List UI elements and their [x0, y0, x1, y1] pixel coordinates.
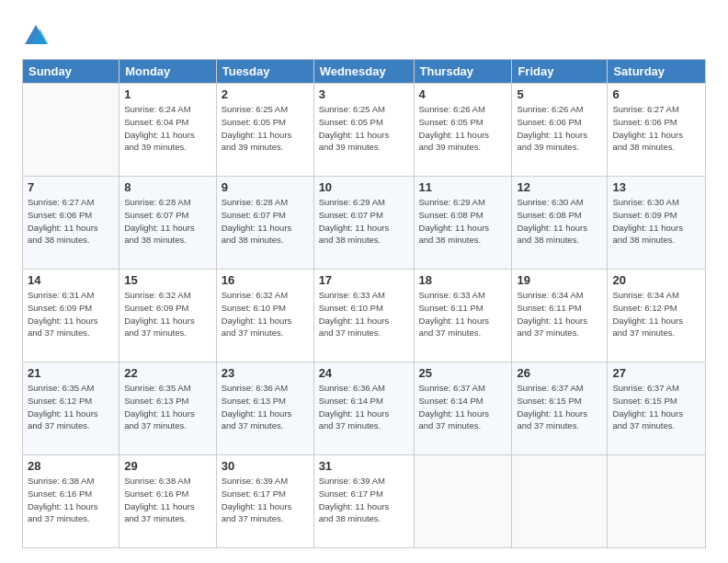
- day-number: 22: [124, 366, 211, 380]
- week-row-1: 1Sunrise: 6:24 AM Sunset: 6:04 PM Daylig…: [23, 84, 706, 177]
- calendar-cell: 6Sunrise: 6:27 AM Sunset: 6:06 PM Daylig…: [608, 84, 706, 177]
- col-header-friday: Friday: [512, 60, 608, 84]
- day-number: 2: [222, 87, 309, 101]
- calendar-cell: 28Sunrise: 6:38 AM Sunset: 6:16 PM Dayli…: [23, 455, 119, 548]
- col-header-monday: Monday: [119, 60, 217, 84]
- day-info: Sunrise: 6:33 AM Sunset: 6:11 PM Dayligh…: [419, 289, 507, 339]
- week-row-4: 21Sunrise: 6:35 AM Sunset: 6:12 PM Dayli…: [23, 362, 706, 455]
- day-info: Sunrise: 6:28 AM Sunset: 6:07 PM Dayligh…: [124, 196, 211, 247]
- calendar-header-row: SundayMondayTuesdayWednesdayThursdayFrid…: [23, 60, 706, 84]
- calendar-cell: 26Sunrise: 6:37 AM Sunset: 6:15 PM Dayli…: [512, 362, 608, 455]
- calendar-cell: 3Sunrise: 6:25 AM Sunset: 6:05 PM Daylig…: [313, 84, 414, 177]
- day-info: Sunrise: 6:25 AM Sunset: 6:05 PM Dayligh…: [319, 103, 409, 154]
- calendar-cell: [608, 455, 706, 548]
- day-info: Sunrise: 6:25 AM Sunset: 6:05 PM Dayligh…: [222, 103, 309, 154]
- day-number: 10: [319, 180, 409, 194]
- col-header-saturday: Saturday: [608, 60, 706, 84]
- calendar-cell: 25Sunrise: 6:37 AM Sunset: 6:14 PM Dayli…: [414, 362, 512, 455]
- calendar-table: SundayMondayTuesdayWednesdayThursdayFrid…: [22, 59, 706, 548]
- calendar-cell: 19Sunrise: 6:34 AM Sunset: 6:11 PM Dayli…: [512, 270, 608, 362]
- day-number: 24: [319, 366, 409, 380]
- day-number: 7: [28, 180, 114, 194]
- day-number: 25: [419, 366, 507, 380]
- calendar-cell: 21Sunrise: 6:35 AM Sunset: 6:12 PM Dayli…: [23, 362, 119, 455]
- day-number: 6: [612, 87, 700, 101]
- day-info: Sunrise: 6:35 AM Sunset: 6:12 PM Dayligh…: [28, 382, 114, 432]
- day-info: Sunrise: 6:39 AM Sunset: 6:17 PM Dayligh…: [319, 475, 409, 525]
- day-number: 28: [28, 459, 114, 473]
- day-number: 1: [124, 87, 211, 101]
- calendar-cell: 31Sunrise: 6:39 AM Sunset: 6:17 PM Dayli…: [313, 455, 414, 548]
- day-number: 26: [517, 366, 602, 380]
- day-number: 19: [517, 273, 602, 287]
- day-info: Sunrise: 6:33 AM Sunset: 6:10 PM Dayligh…: [319, 289, 409, 339]
- day-number: 23: [222, 366, 309, 380]
- logo: [22, 22, 53, 50]
- calendar-cell: 5Sunrise: 6:26 AM Sunset: 6:06 PM Daylig…: [512, 84, 608, 177]
- col-header-wednesday: Wednesday: [313, 60, 414, 84]
- day-info: Sunrise: 6:36 AM Sunset: 6:13 PM Dayligh…: [222, 382, 309, 432]
- day-info: Sunrise: 6:32 AM Sunset: 6:09 PM Dayligh…: [124, 289, 211, 339]
- day-info: Sunrise: 6:31 AM Sunset: 6:09 PM Dayligh…: [28, 289, 114, 339]
- calendar-cell: 22Sunrise: 6:35 AM Sunset: 6:13 PM Dayli…: [119, 362, 217, 455]
- day-number: 31: [319, 459, 409, 473]
- page: SundayMondayTuesdayWednesdayThursdayFrid…: [0, 0, 728, 563]
- calendar-cell: [414, 455, 512, 548]
- calendar-cell: 29Sunrise: 6:38 AM Sunset: 6:16 PM Dayli…: [119, 455, 217, 548]
- day-number: 5: [517, 87, 602, 101]
- day-number: 21: [28, 366, 114, 380]
- logo-icon: [22, 22, 50, 50]
- calendar-cell: 9Sunrise: 6:28 AM Sunset: 6:07 PM Daylig…: [216, 177, 313, 270]
- week-row-5: 28Sunrise: 6:38 AM Sunset: 6:16 PM Dayli…: [23, 455, 706, 548]
- calendar-cell: 18Sunrise: 6:33 AM Sunset: 6:11 PM Dayli…: [414, 270, 512, 362]
- day-info: Sunrise: 6:38 AM Sunset: 6:16 PM Dayligh…: [28, 475, 114, 525]
- day-info: Sunrise: 6:30 AM Sunset: 6:08 PM Dayligh…: [517, 196, 602, 247]
- calendar-cell: [23, 84, 119, 177]
- col-header-sunday: Sunday: [23, 60, 119, 84]
- day-info: Sunrise: 6:24 AM Sunset: 6:04 PM Dayligh…: [124, 103, 211, 154]
- day-number: 30: [222, 459, 309, 473]
- calendar-cell: 11Sunrise: 6:29 AM Sunset: 6:08 PM Dayli…: [414, 177, 512, 270]
- day-number: 16: [222, 273, 309, 287]
- day-number: 12: [517, 180, 602, 194]
- header: [22, 18, 706, 50]
- day-info: Sunrise: 6:35 AM Sunset: 6:13 PM Dayligh…: [124, 382, 211, 432]
- day-info: Sunrise: 6:38 AM Sunset: 6:16 PM Dayligh…: [124, 475, 211, 525]
- day-info: Sunrise: 6:37 AM Sunset: 6:14 PM Dayligh…: [419, 382, 507, 432]
- calendar-cell: 17Sunrise: 6:33 AM Sunset: 6:10 PM Dayli…: [313, 270, 414, 362]
- day-info: Sunrise: 6:26 AM Sunset: 6:06 PM Dayligh…: [517, 103, 602, 154]
- day-info: Sunrise: 6:29 AM Sunset: 6:08 PM Dayligh…: [419, 196, 507, 247]
- calendar-cell: 12Sunrise: 6:30 AM Sunset: 6:08 PM Dayli…: [512, 177, 608, 270]
- calendar-cell: 24Sunrise: 6:36 AM Sunset: 6:14 PM Dayli…: [313, 362, 414, 455]
- day-info: Sunrise: 6:27 AM Sunset: 6:06 PM Dayligh…: [28, 196, 114, 247]
- day-info: Sunrise: 6:26 AM Sunset: 6:05 PM Dayligh…: [419, 103, 507, 154]
- calendar-cell: 20Sunrise: 6:34 AM Sunset: 6:12 PM Dayli…: [608, 270, 706, 362]
- day-info: Sunrise: 6:37 AM Sunset: 6:15 PM Dayligh…: [612, 382, 700, 432]
- day-number: 27: [612, 366, 700, 380]
- calendar-cell: 27Sunrise: 6:37 AM Sunset: 6:15 PM Dayli…: [608, 362, 706, 455]
- day-number: 17: [319, 273, 409, 287]
- day-number: 20: [612, 273, 700, 287]
- day-info: Sunrise: 6:27 AM Sunset: 6:06 PM Dayligh…: [612, 103, 700, 154]
- day-number: 4: [419, 87, 507, 101]
- day-info: Sunrise: 6:36 AM Sunset: 6:14 PM Dayligh…: [319, 382, 409, 432]
- calendar-cell: 30Sunrise: 6:39 AM Sunset: 6:17 PM Dayli…: [216, 455, 313, 548]
- calendar-cell: 8Sunrise: 6:28 AM Sunset: 6:07 PM Daylig…: [119, 177, 217, 270]
- week-row-3: 14Sunrise: 6:31 AM Sunset: 6:09 PM Dayli…: [23, 270, 706, 362]
- calendar-cell: 23Sunrise: 6:36 AM Sunset: 6:13 PM Dayli…: [216, 362, 313, 455]
- calendar-cell: 10Sunrise: 6:29 AM Sunset: 6:07 PM Dayli…: [313, 177, 414, 270]
- day-info: Sunrise: 6:30 AM Sunset: 6:09 PM Dayligh…: [612, 196, 700, 247]
- calendar-cell: 4Sunrise: 6:26 AM Sunset: 6:05 PM Daylig…: [414, 84, 512, 177]
- calendar-cell: [512, 455, 608, 548]
- day-number: 13: [612, 180, 700, 194]
- calendar-cell: 2Sunrise: 6:25 AM Sunset: 6:05 PM Daylig…: [216, 84, 313, 177]
- day-info: Sunrise: 6:39 AM Sunset: 6:17 PM Dayligh…: [222, 475, 309, 525]
- col-header-tuesday: Tuesday: [216, 60, 313, 84]
- day-number: 3: [319, 87, 409, 101]
- day-info: Sunrise: 6:37 AM Sunset: 6:15 PM Dayligh…: [517, 382, 602, 432]
- day-number: 15: [124, 273, 211, 287]
- day-number: 9: [222, 180, 309, 194]
- calendar-cell: 7Sunrise: 6:27 AM Sunset: 6:06 PM Daylig…: [23, 177, 119, 270]
- day-number: 11: [419, 180, 507, 194]
- day-info: Sunrise: 6:28 AM Sunset: 6:07 PM Dayligh…: [222, 196, 309, 247]
